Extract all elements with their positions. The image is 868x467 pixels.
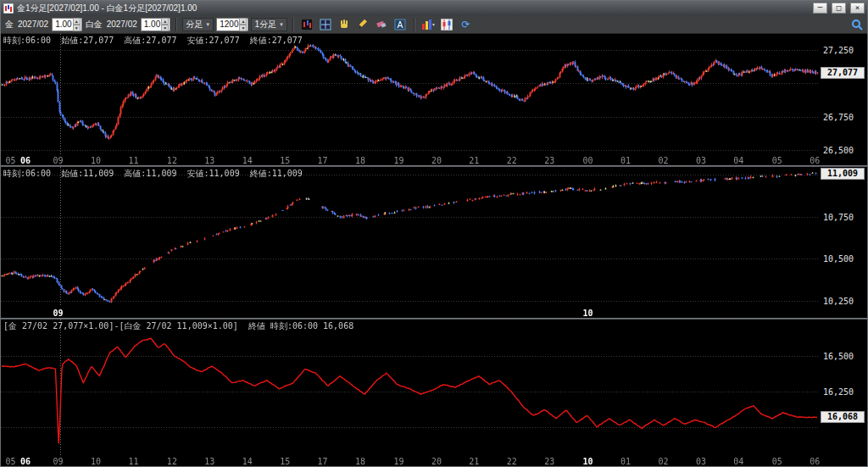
x-axis-tick-label: 15 bbox=[280, 156, 290, 165]
chevron-down-icon: ▼ bbox=[205, 22, 210, 27]
spread-panel: [金 27/02 27,077×1.00]-[白金 27/02 11,009×1… bbox=[1, 320, 867, 466]
x-axis-tick-label: 23 bbox=[544, 156, 554, 165]
x-axis-tick-label: 04 bbox=[733, 156, 743, 165]
bar-count-value: 1200 bbox=[220, 19, 238, 29]
y-axis-label: 26,500 bbox=[823, 146, 854, 155]
gold-price-badge: 27,077 bbox=[821, 67, 865, 79]
maximize-button[interactable]: □ bbox=[832, 3, 846, 14]
x-axis-tick-label: 10 bbox=[91, 156, 101, 165]
x-axis-tick-label: 19 bbox=[393, 457, 403, 466]
x-axis-tick-label: 06 bbox=[20, 156, 31, 165]
x-axis-tick-label: 05 bbox=[6, 156, 16, 165]
x-axis-tick-label: 00 bbox=[583, 156, 593, 165]
x-axis-tick-label: 22 bbox=[507, 457, 517, 466]
window-title: 金1分足[2027/02]1.00 - 白金1分足[2027/02]1.00 bbox=[17, 3, 809, 14]
platinum-multiplier-value: 1.00 bbox=[144, 19, 160, 29]
x-axis-tick-label: 18 bbox=[355, 156, 365, 165]
toolbar: 金 2027/02 1.00 ▲▼ 白金 2027/02 1.00 ▲▼ 分足 … bbox=[1, 15, 867, 34]
toolbar-separator bbox=[414, 18, 415, 31]
eraser-button[interactable] bbox=[374, 17, 390, 32]
gold-y-axis: 27,077 27,25026,75026,500 bbox=[820, 34, 867, 165]
x-axis-tick-label: 21 bbox=[469, 156, 479, 165]
spread-chart-plot[interactable]: [金 27/02 27,077×1.00]-[白金 27/02 11,009×1… bbox=[1, 320, 820, 466]
toolbar-separator bbox=[175, 18, 177, 31]
platinum-info-line: 時刻:06:00 始値:11,009 高値:11,009 安値:11,009 終… bbox=[3, 168, 303, 180]
minimize-button[interactable]: ─ bbox=[813, 3, 827, 14]
title-bar[interactable]: 金1分足[2027/02]1.00 - 白金1分足[2027/02]1.00 ─… bbox=[1, 1, 867, 15]
pencil-button[interactable] bbox=[355, 17, 371, 32]
period-unit-select[interactable]: 分足 ▼ bbox=[182, 18, 214, 31]
x-axis-tick-label: 09 bbox=[53, 457, 64, 466]
platinum-multiplier-input[interactable]: 1.00 ▲▼ bbox=[141, 18, 170, 31]
chart-type-button[interactable] bbox=[299, 17, 315, 32]
x-axis-tick-label: 11 bbox=[128, 457, 138, 466]
x-axis-tick-label: 06 bbox=[810, 156, 820, 165]
y-axis-label: 16,500 bbox=[823, 352, 854, 361]
bar-count-input[interactable]: 1200 ▲▼ bbox=[216, 18, 248, 31]
close-button[interactable]: × bbox=[850, 3, 865, 14]
gold-multiplier-spinner[interactable]: ▲▼ bbox=[73, 19, 81, 31]
x-axis-tick-label: 09 bbox=[53, 156, 64, 165]
gold-info-line: 時刻:06:00 始値:27,077 高値:27,077 安値:27,077 終… bbox=[3, 35, 303, 47]
x-axis-tick-label: 15 bbox=[280, 457, 290, 466]
text-button[interactable]: A bbox=[392, 17, 409, 32]
candle-style-button[interactable] bbox=[439, 17, 455, 32]
hand-button[interactable] bbox=[337, 17, 353, 32]
x-axis-tick-label: 05 bbox=[6, 457, 16, 466]
x-axis-tick-label: 22 bbox=[507, 156, 517, 165]
x-axis-tick-label: 23 bbox=[544, 457, 554, 466]
gold-symbol-label: 金 bbox=[4, 19, 14, 31]
y-axis-label: 27,250 bbox=[823, 46, 854, 55]
indicators-button[interactable] bbox=[420, 17, 437, 32]
refresh-icon: ⟳ bbox=[461, 19, 470, 30]
search-button[interactable] bbox=[849, 17, 865, 32]
text-icon: A bbox=[394, 19, 406, 31]
toolbar-separator bbox=[292, 18, 294, 31]
x-axis-tick-label: 12 bbox=[167, 156, 177, 165]
gold-x-axis: 0506091011121314151718192021222300010203… bbox=[1, 155, 820, 165]
x-axis-tick-label: 13 bbox=[204, 457, 214, 466]
platinum-chart-plot[interactable]: 時刻:06:00 始値:11,009 高値:11,009 安値:11,009 終… bbox=[1, 167, 820, 318]
gold-multiplier-input[interactable]: 1.00 ▲▼ bbox=[52, 18, 81, 31]
platinum-price-badge: 11,009 bbox=[821, 168, 865, 180]
spread-info-line: [金 27/02 27,077×1.00]-[白金 27/02 11,009×1… bbox=[3, 320, 353, 332]
platinum-y-axis: 11,009 10,75010,50010,250 bbox=[820, 167, 867, 318]
refresh-button[interactable]: ⟳ bbox=[458, 17, 474, 32]
gold-chart-canvas[interactable] bbox=[1, 34, 820, 165]
gold-chart-plot[interactable]: 時刻:06:00 始値:27,077 高値:27,077 安値:27,077 終… bbox=[1, 34, 820, 165]
x-axis-tick-label: 03 bbox=[696, 156, 706, 165]
hand-icon bbox=[338, 19, 350, 31]
x-axis-tick-label: 21 bbox=[469, 457, 479, 466]
eraser-icon bbox=[376, 19, 387, 31]
platinum-x-axis: 0910 bbox=[1, 308, 820, 318]
x-axis-tick-label: 12 bbox=[167, 457, 177, 466]
gold-contract-label: 2027/02 bbox=[17, 19, 49, 29]
x-axis-tick-label: 01 bbox=[620, 457, 631, 466]
gold-panel: 時刻:06:00 始値:27,077 高値:27,077 安値:27,077 終… bbox=[1, 34, 867, 165]
candle-style-icon bbox=[441, 19, 453, 31]
cursor-button[interactable] bbox=[318, 17, 334, 32]
indicators-icon bbox=[421, 19, 435, 31]
spread-chart-canvas[interactable] bbox=[1, 320, 820, 466]
chevron-down-icon: ▼ bbox=[279, 22, 284, 27]
x-axis-tick-label: 02 bbox=[658, 457, 668, 466]
y-axis-label: 10,250 bbox=[823, 297, 854, 306]
y-axis-label: 10,500 bbox=[823, 254, 854, 264]
platinum-multiplier-spinner[interactable]: ▲▼ bbox=[161, 19, 169, 31]
platinum-symbol-label: 白金 bbox=[85, 19, 103, 31]
x-axis-tick-label: 17 bbox=[318, 156, 328, 165]
x-axis-tick-label: 17 bbox=[318, 457, 328, 466]
period-unit-value: 分足 bbox=[186, 19, 203, 31]
x-axis-tick-label: 05 bbox=[772, 156, 782, 165]
period-value: 1分足 bbox=[254, 19, 276, 31]
x-axis-tick-label: 05 bbox=[772, 457, 782, 466]
period-select[interactable]: 1分足 ▼ bbox=[251, 18, 287, 31]
bar-count-spinner[interactable]: ▲▼ bbox=[239, 19, 247, 31]
chart-type-icon bbox=[301, 19, 313, 31]
x-axis-tick-label: 19 bbox=[393, 156, 403, 165]
x-axis-tick-label: 14 bbox=[242, 457, 253, 466]
platinum-chart-canvas[interactable] bbox=[1, 167, 820, 318]
spread-y-axis: 16,068 16,50016,250 bbox=[820, 320, 867, 466]
x-axis-tick-label: 20 bbox=[431, 156, 442, 165]
x-axis-tick-label: 20 bbox=[431, 457, 442, 466]
